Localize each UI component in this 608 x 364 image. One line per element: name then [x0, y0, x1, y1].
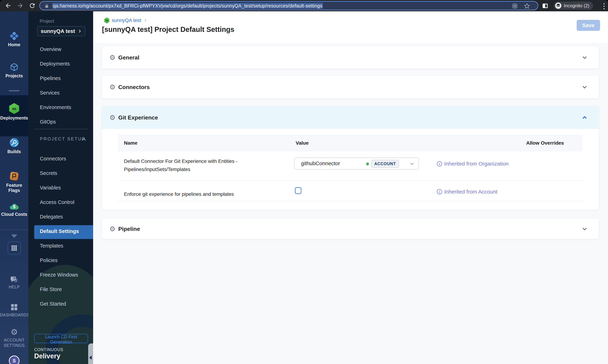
column-name: Name: [124, 135, 137, 152]
rail-item-builds[interactable]: Builds: [0, 137, 28, 154]
sidebar-item-default-settings[interactable]: Default Settings: [40, 228, 79, 234]
rail-item-account-settings[interactable]: ⚙ ACCOUNT SETTINGS: [0, 328, 28, 348]
gear-icon: ⚙: [109, 84, 116, 91]
section-connectors[interactable]: ⚙ Connectors: [102, 76, 599, 98]
section-connectors-title: Connectors: [118, 84, 150, 91]
settings-table-header: Name Value Allow Overrides: [118, 135, 582, 152]
row-divider: [118, 180, 582, 181]
gear-icon: ⚙: [109, 54, 116, 61]
breadcrumb-project-link[interactable]: sunnyQA test: [112, 17, 141, 23]
chevron-down-icon[interactable]: [581, 84, 588, 91]
sidebar-item-policies[interactable]: Policies: [40, 257, 58, 263]
rail-item-help[interactable]: ? HELP: [0, 276, 28, 289]
account-settings-gear-icon: ⚙: [0, 328, 28, 336]
chevron-right-icon: [78, 29, 82, 33]
info-icon: [436, 189, 442, 195]
project-setup-heading[interactable]: PROJECT SETUP: [40, 136, 86, 142]
bento-grid-icon[interactable]: [512, 3, 518, 9]
project-label: Project: [40, 18, 54, 24]
sidebar-collapse-handle[interactable]: [88, 343, 93, 364]
column-value: Value: [296, 135, 309, 152]
browser-forward-button[interactable]: [17, 2, 24, 9]
project-name: sunnyQA test: [41, 28, 75, 34]
column-allow-overrides: Allow Overrides: [526, 135, 564, 152]
sidebar-item-get-started[interactable]: Get Started: [40, 301, 66, 307]
user-avatar[interactable]: S: [9, 355, 19, 364]
sidebar-item-delegates[interactable]: Delegates: [40, 214, 63, 220]
sidebar-item-freeze-windows[interactable]: Freeze Windows: [40, 272, 78, 278]
rail-item-home[interactable]: Home: [0, 31, 28, 47]
connector-select[interactable]: githubConnector ACCOUNT: [294, 157, 419, 169]
browser-menu-icon[interactable]: [602, 2, 607, 9]
sidebar-item-environments[interactable]: Environments: [40, 104, 71, 110]
project-selector[interactable]: sunnyQA test: [37, 26, 85, 36]
chevron-down-icon[interactable]: [581, 225, 588, 233]
section-general[interactable]: ⚙ General: [102, 46, 599, 69]
help-icon: ?: [10, 276, 18, 283]
app-shell: Home Projects ∞ Deployments Builds: [0, 11, 608, 364]
section-pipeline-title: Pipeline: [118, 226, 140, 232]
incognito-badge[interactable]: Incognito (2): [554, 1, 593, 10]
save-button[interactable]: Save: [577, 20, 600, 31]
gear-icon: ⚙: [109, 114, 116, 121]
section-git-experience: ⚙ Git Experience Name Value Allow Overri…: [102, 106, 599, 210]
module-picker-button[interactable]: [8, 242, 21, 255]
incognito-icon: [555, 2, 562, 9]
sidebar-item-templates[interactable]: Templates: [40, 243, 63, 249]
sidebar-item-variables[interactable]: Variables: [40, 185, 61, 191]
main-content: ∞ sunnyQA test [sunnyQA test] Project De…: [93, 11, 608, 364]
sidebar-item-deployments[interactable]: Deployments: [40, 61, 70, 67]
sidebar-divider: [34, 129, 88, 129]
launch-cd-first-gen-button[interactable]: Launch CD First Generation: [34, 334, 88, 343]
browser-back-button[interactable]: [5, 2, 12, 9]
section-git-experience-header[interactable]: ⚙ Git Experience: [102, 106, 599, 129]
enforce-git-checkbox[interactable]: [295, 187, 301, 194]
module-rail: Home Projects ∞ Deployments Builds: [0, 11, 28, 364]
sidebar-footer-delivery: Delivery: [34, 352, 60, 360]
sidebar-item-services[interactable]: Services: [40, 90, 60, 96]
sidebar-item-gitops[interactable]: GitOps: [40, 119, 56, 125]
chevron-down-icon[interactable]: [409, 161, 415, 167]
connector-value: githubConnector: [301, 160, 340, 166]
rail-collapse-chevron-icon[interactable]: [11, 234, 17, 238]
browser-toolbar: qa.harness.io/ng/account/px7xd_BFRCi-pfW…: [0, 0, 608, 11]
dashboards-icon: [10, 303, 18, 311]
url-text: qa.harness.io/ng/account/px7xd_BFRCi-pfW…: [52, 3, 323, 9]
chevron-up-icon[interactable]: [581, 114, 588, 121]
deployments-icon: ∞: [9, 103, 20, 114]
grid-icon: [11, 245, 18, 252]
side-panel-icon[interactable]: [542, 2, 548, 9]
rail-divider: [9, 90, 19, 91]
sidebar-item-overview[interactable]: Overview: [40, 46, 61, 52]
sidebar-footer-continuous: CONTINUOUS: [34, 347, 63, 352]
chevron-down-icon[interactable]: [581, 54, 588, 61]
sidebar-item-connectors[interactable]: Connectors: [40, 156, 66, 162]
chevron-right-icon: [143, 18, 147, 22]
url-bar[interactable]: qa.harness.io/ng/account/px7xd_BFRCi-pfW…: [39, 1, 538, 10]
info-icon: [436, 161, 442, 167]
home-icon: [9, 31, 19, 41]
inherited-from-organization-link[interactable]: Inherited from Organization: [436, 161, 509, 167]
row-divider: [118, 201, 582, 201]
rail-item-projects[interactable]: Projects: [0, 62, 28, 78]
feature-flags-icon: [9, 171, 19, 181]
setting-name-enforce-git: Enforce git experience for pipelines and…: [124, 190, 290, 198]
sidebar-item-file-store[interactable]: File Store: [40, 286, 62, 292]
cloud-costs-icon: $: [9, 202, 19, 210]
browser-refresh-button[interactable]: [29, 2, 36, 9]
sidebar-item-access-control[interactable]: Access Control: [40, 199, 74, 205]
inherited-from-account-link[interactable]: Inherited from Account: [436, 189, 497, 195]
sidebar-item-secrets[interactable]: Secrets: [40, 170, 57, 176]
sidebar-item-pipelines[interactable]: Pipelines: [40, 75, 61, 81]
section-general-title: General: [118, 54, 139, 61]
rail-item-deployments[interactable]: ∞ Deployments: [0, 103, 28, 121]
bookmark-star-icon[interactable]: [524, 3, 530, 9]
page-title: [sunnyQA test] Project Default Settings: [102, 26, 234, 33]
rail-item-dashboards[interactable]: DASHBOARDS: [0, 303, 28, 317]
rail-item-feature-flags[interactable]: Feature Flags: [0, 171, 28, 193]
cd-module-icon: ∞: [104, 17, 110, 23]
section-pipeline[interactable]: ⚙ Pipeline: [102, 219, 599, 239]
rail-item-cloud-costs[interactable]: $ Cloud Costs: [0, 202, 28, 217]
connector-status-dot: [366, 163, 369, 165]
chevron-up-icon[interactable]: [81, 137, 87, 143]
